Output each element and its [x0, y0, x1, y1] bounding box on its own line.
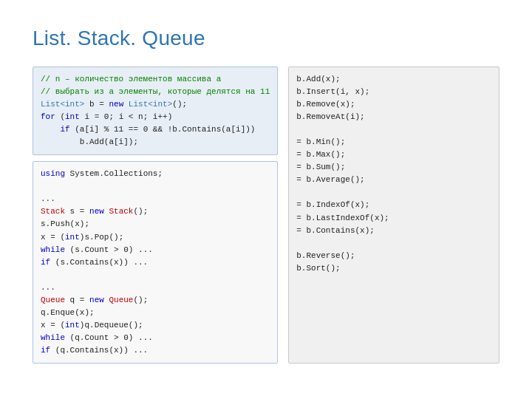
new-kw2: new: [89, 207, 104, 216]
int-kw1: int: [65, 112, 80, 121]
top-code-block: // n – количество элементов массива a //…: [33, 66, 278, 155]
while-kw: while: [41, 245, 65, 254]
int-kw3: int: [65, 321, 80, 330]
while-kw2: while: [41, 333, 65, 342]
queue-kw2: Queue: [109, 296, 133, 304]
new-kw: new: [109, 100, 123, 109]
new-kw3: new: [89, 296, 104, 304]
slide-title: List. Stack. Queue: [33, 27, 499, 50]
right-code-block: b.Add(x); b.Insert(i, x); b.Remove(x); b…: [288, 66, 499, 364]
stack-kw: Stack: [41, 207, 65, 216]
comment2: // выбрать из а элементы, которые делятс…: [41, 87, 270, 96]
stack-code-block: using System.Collections; ... Stack s = …: [33, 161, 278, 364]
if-kw3: if: [41, 346, 50, 355]
list-type: List<int>: [129, 100, 172, 109]
content-area: // n – количество элементов массива a //…: [33, 66, 499, 364]
int-kw2: int: [65, 233, 80, 242]
list-decl: List<int>: [41, 100, 84, 109]
left-column: // n – количество элементов массива a //…: [33, 66, 278, 364]
for-kw: for: [41, 112, 55, 121]
stack-kw2: Stack: [109, 207, 133, 216]
if-kw2: if: [41, 258, 50, 267]
using-kw: using: [41, 169, 65, 178]
comment1: // n – количество элементов массива a: [41, 75, 221, 83]
if-kw: if: [60, 125, 69, 134]
queue-kw: Queue: [41, 296, 65, 304]
right-column: b.Add(x); b.Insert(i, x); b.Remove(x); b…: [288, 66, 499, 364]
slide: List. Stack. Queue // n – количество эле…: [0, 0, 532, 399]
